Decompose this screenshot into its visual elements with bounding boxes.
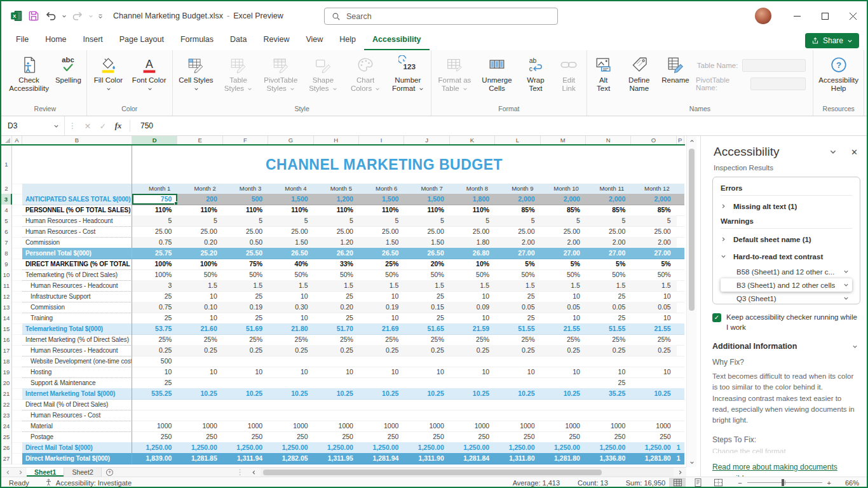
cell-g19[interactable]: 10 [268,367,313,378]
cell-d18[interactable]: 500 [132,356,177,367]
scroll-up-icon[interactable] [687,136,696,146]
cell-j15[interactable]: 51.65 [404,323,449,335]
cell-m5[interactable]: 5 [541,215,586,227]
cell-p22[interactable] [677,399,684,410]
tab-insert[interactable]: Insert [75,30,111,50]
cell-j25[interactable]: 250 [404,431,449,443]
cell-j20[interactable] [404,377,449,389]
cell-h26[interactable]: 1,250.00 [314,442,359,454]
cell-l10[interactable]: 50% [495,269,540,281]
cell-g27[interactable]: 1,282.05 [268,453,313,464]
cell-i11[interactable]: 1.5 [359,280,404,292]
select-all-corner[interactable] [1,136,12,144]
cell-b18[interactable]: Website Development (one-time cost) [22,356,132,367]
cell-l4[interactable]: 85% [495,205,540,216]
cell-a21[interactable] [12,388,22,400]
row-header-20[interactable]: 20 [1,377,12,389]
cell-d23[interactable] [132,410,177,421]
column-header-d[interactable]: D [132,136,177,144]
cell-m9[interactable]: 5% [541,259,586,270]
cell-a9[interactable] [12,259,22,270]
cell-n11[interactable]: 1.5 [586,280,631,292]
cell-o27[interactable]: 1,281.80 [631,453,676,464]
cell-e16[interactable]: 25% [177,334,222,346]
cell-f8[interactable]: 25.50 [223,248,268,259]
minimize-button[interactable] [783,1,811,30]
cell-l21[interactable]: 10.25 [495,388,540,400]
cell-o6[interactable]: 25.00 [631,226,676,238]
cell-a20[interactable] [12,377,22,389]
undo-icon[interactable] [44,10,57,22]
cell-b17[interactable]: Human Resources - Headcount [22,345,132,356]
cell-p18[interactable] [677,356,684,367]
cell-g10[interactable]: 50% [268,269,313,281]
cell-m6[interactable]: 25.00 [541,226,586,238]
row-header-18[interactable]: 18 [1,356,12,367]
sheet-nav-left-icon[interactable] [1,468,14,477]
cell-l20[interactable] [495,377,540,389]
cell-b10[interactable]: Telemarketing (% of Direct Sales) [22,269,132,281]
cell-d25[interactable]: 250 [132,431,177,443]
cell-k10[interactable]: 50% [450,269,495,281]
cell-g18[interactable] [268,356,313,367]
cell-f22[interactable] [223,399,268,410]
cell-l16[interactable]: 25% [495,334,540,346]
column-header-m[interactable]: M [541,136,586,144]
cell-j23[interactable] [404,410,449,421]
cell-m13[interactable]: 0.05 [541,302,586,313]
cell-k6[interactable]: 25.00 [450,226,495,238]
cell-d19[interactable]: 10 [132,367,177,378]
cell-m10[interactable]: 50% [541,269,586,281]
cell-a4[interactable] [12,205,22,216]
row-header-24[interactable]: 24 [1,421,12,432]
cell-a7[interactable] [12,237,22,248]
row-header-22[interactable]: 22 [1,399,12,410]
cell-p4[interactable] [677,205,684,216]
cell-e24[interactable]: 1000 [177,421,222,432]
avatar[interactable] [755,8,771,24]
cell-a18[interactable] [12,356,22,367]
cell-d7[interactable]: 0.75 [132,237,177,248]
row-header-17[interactable]: 17 [1,345,12,356]
cell-l6[interactable]: 25.00 [495,226,540,238]
cell-e21[interactable]: 10.25 [177,388,222,400]
cell-a17[interactable] [12,345,22,356]
cell-b26[interactable]: Direct Mail Total $(000) [22,442,132,454]
row-header-25[interactable]: 25 [1,431,12,443]
cell-k8[interactable]: 26.80 [450,248,495,259]
cell-f26[interactable]: 1,250.00 [223,442,268,454]
cell-n14[interactable]: 25 [586,313,631,324]
cell-p3[interactable] [677,194,684,205]
cell-o10[interactable]: 50% [631,269,676,281]
tab-file[interactable]: File [8,30,37,50]
cell-n13[interactable]: 0.05 [586,302,631,313]
cell-i23[interactable] [359,410,404,421]
cell-a22[interactable] [12,399,22,410]
cell-a3[interactable] [12,194,22,205]
cell-h7[interactable]: 1.20 [314,237,359,248]
cell-a11[interactable] [12,280,22,292]
cell-d20[interactable]: 25 [132,377,177,389]
cell-i18[interactable] [359,356,404,367]
cell-p17[interactable] [677,345,684,356]
cell-d8[interactable]: 25.75 [132,248,177,259]
cell-g8[interactable]: 26.50 [268,248,313,259]
cell-j27[interactable]: 1,311.90 [404,453,449,464]
tab-accessibility[interactable]: Accessibility [364,30,429,50]
ribbon-number-format-button[interactable]: 123Number Format [386,51,429,94]
cell-i24[interactable]: 1000 [359,421,404,432]
sheet-tab-sheet1[interactable]: Sheet1 [27,468,64,477]
cell-o25[interactable]: 250 [631,431,676,443]
cell-h19[interactable]: 10 [314,367,359,378]
cell-d11[interactable]: 3 [132,280,177,292]
cell-b11[interactable]: Human Resources - Headcount [22,280,132,292]
cell-d21[interactable]: 535.25 [132,388,177,400]
ribbon-wrap-text-button[interactable]: abcWrap Text [518,51,553,94]
cell-a8[interactable] [12,248,22,259]
cell-n3[interactable]: 2,000 [586,194,631,205]
pane-close-icon[interactable]: ✕ [851,147,858,157]
row-header-10[interactable]: 10 [1,269,12,281]
cell-b24[interactable]: Material [22,421,132,432]
cell-e20[interactable] [177,377,222,389]
cell-d26[interactable]: 1,250.00 [132,442,177,454]
